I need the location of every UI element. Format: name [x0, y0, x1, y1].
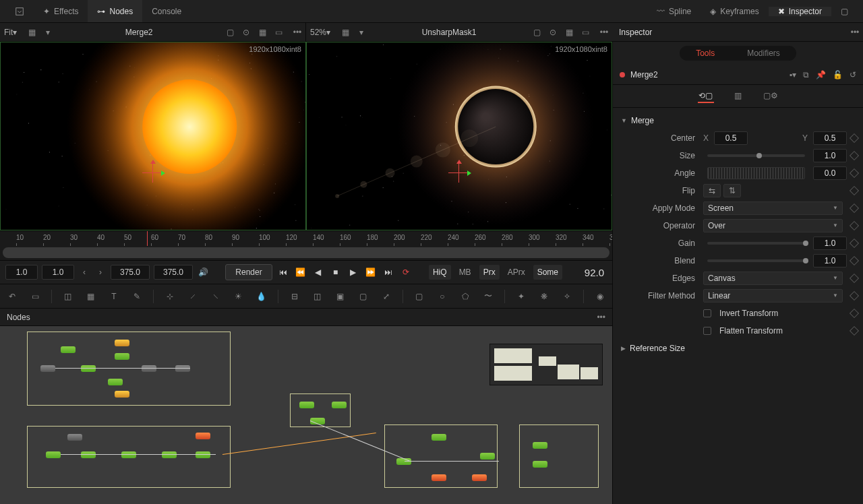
step-fwd-icon[interactable]: ›: [94, 265, 107, 280]
particle3-icon[interactable]: ✧: [560, 289, 574, 304]
rect-icon[interactable]: ▢: [413, 289, 426, 304]
size-slider[interactable]: [707, 154, 805, 157]
node-enable-dot[interactable]: [620, 72, 625, 77]
viewer2-layout-icon[interactable]: ▦: [338, 26, 352, 38]
viewer1-layout-icon[interactable]: ▦: [25, 26, 38, 38]
viewer2-d-icon[interactable]: ▭: [578, 26, 592, 38]
poly-icon[interactable]: ⬠: [458, 289, 472, 304]
xf-icon[interactable]: ◫: [311, 289, 324, 304]
angle-field[interactable]: 0.0: [813, 166, 847, 180]
keyframe-icon[interactable]: [850, 326, 859, 336]
particle1-icon[interactable]: ✦: [514, 289, 528, 304]
goto-end-icon[interactable]: ⏭: [382, 265, 395, 280]
viewer1-b-icon[interactable]: ⊙: [239, 26, 253, 38]
crosshair-icon[interactable]: [448, 162, 469, 183]
brush-icon[interactable]: ✎: [130, 289, 144, 304]
flip-v-button[interactable]: ⇅: [723, 184, 741, 197]
light-icon[interactable]: ☀: [232, 289, 245, 304]
operator-select[interactable]: Over▼: [703, 219, 843, 232]
lock-icon[interactable]: 🔓: [833, 70, 843, 80]
nodes-panel[interactable]: [0, 326, 612, 504]
keyframe-icon[interactable]: [850, 309, 859, 318]
viewer1-opts-icon[interactable]: ▾: [41, 26, 55, 38]
blend-slider[interactable]: [707, 259, 805, 262]
gain-field[interactable]: 1.0: [813, 237, 847, 250]
tab-keyframes[interactable]: ◈Keyframes: [701, 7, 768, 16]
section-refsize[interactable]: ▶Reference Size: [613, 340, 863, 357]
center-y-field[interactable]: 0.5: [813, 131, 847, 145]
inspector-more[interactable]: •••: [847, 28, 863, 37]
timeline[interactable]: 1020304050607080901001201401601802002202…: [0, 230, 612, 260]
viewer2-b-icon[interactable]: ⊙: [546, 26, 560, 38]
versions-icon[interactable]: ▪▾: [790, 70, 796, 80]
viewer1-more[interactable]: •••: [289, 28, 305, 37]
viewer2-c-icon[interactable]: ▦: [562, 26, 576, 38]
keyframe-icon[interactable]: [850, 203, 859, 213]
current-frame-field[interactable]: 375.0: [111, 265, 150, 280]
invert-checkbox[interactable]: [703, 309, 711, 317]
tab-effects[interactable]: ✦Effects: [34, 0, 88, 22]
mask2-icon[interactable]: ▢: [357, 289, 370, 304]
gradient-icon[interactable]: ◫: [61, 289, 75, 304]
flatten-checkbox[interactable]: [703, 327, 711, 335]
curve1-icon[interactable]: ⟋: [186, 289, 200, 304]
mb-button[interactable]: MB: [455, 265, 475, 280]
inspector-tab-modifiers[interactable]: Modifiers: [731, 46, 796, 61]
tab-controls-icon[interactable]: ⟲▢: [698, 90, 714, 103]
aprx-button[interactable]: APrx: [504, 265, 529, 280]
crosshair-icon[interactable]: [142, 162, 162, 183]
filter-select[interactable]: Linear▼: [703, 289, 843, 303]
tab-monitor[interactable]: ▢: [831, 7, 858, 16]
keyframe-icon[interactable]: [850, 168, 859, 178]
audio-icon[interactable]: 🔊: [197, 265, 209, 280]
tab-inspector[interactable]: ✖Inspector: [769, 7, 831, 16]
edges-select[interactable]: Canvas▼: [703, 272, 843, 285]
keyframe-icon[interactable]: [850, 186, 859, 195]
tracker-icon[interactable]: ⊹: [163, 289, 177, 304]
hiq-button[interactable]: HiQ: [429, 265, 451, 280]
tab-spline[interactable]: 〰Spline: [647, 7, 701, 16]
blend-field[interactable]: 1.0: [813, 254, 847, 267]
apply-mode-select[interactable]: Screen▼: [703, 201, 843, 215]
tab-settings-icon[interactable]: ▥: [730, 90, 746, 103]
viewer-right[interactable]: 1920x1080xint8: [306, 42, 612, 230]
range-in-field[interactable]: 1.0: [5, 265, 38, 280]
mask1-icon[interactable]: ▣: [334, 289, 347, 304]
loop-icon[interactable]: ⟳: [399, 265, 413, 280]
keyframe-icon[interactable]: [850, 221, 859, 230]
angle-dial[interactable]: [707, 167, 805, 179]
menu-dropdown[interactable]: [5, 0, 34, 22]
nodes-minimap[interactable]: [489, 344, 603, 385]
keyframe-icon[interactable]: [850, 274, 859, 283]
ffwd-icon[interactable]: ⏩: [364, 265, 378, 280]
keyframe-icon[interactable]: [850, 133, 859, 143]
blur-icon[interactable]: 💧: [255, 289, 268, 304]
rewind-icon[interactable]: ⏪: [294, 265, 307, 280]
viewer1-a-icon[interactable]: ▢: [223, 26, 237, 38]
play-rev-icon[interactable]: ◀: [311, 265, 325, 280]
text-icon[interactable]: T: [107, 289, 121, 304]
stop-icon[interactable]: ■: [329, 265, 343, 280]
keyframe-icon[interactable]: [850, 151, 859, 160]
bspline-icon[interactable]: 〜: [481, 289, 495, 304]
viewer1-d-icon[interactable]: ▭: [272, 26, 285, 38]
playhead[interactable]: [147, 231, 148, 246]
viewer-left[interactable]: 1920x1080xint8: [0, 42, 306, 230]
flip-h-button[interactable]: ⇆: [703, 184, 721, 197]
play-icon[interactable]: ▶: [347, 265, 360, 280]
keyframe-icon[interactable]: [850, 239, 859, 248]
tab-console[interactable]: Console: [142, 0, 191, 22]
merge-icon[interactable]: ⊟: [288, 289, 301, 304]
some-button[interactable]: Some: [533, 265, 562, 280]
step-back-icon[interactable]: ‹: [78, 265, 90, 280]
center-x-field[interactable]: 0.5: [714, 131, 748, 145]
checker-icon[interactable]: ▦: [84, 289, 98, 304]
size-field[interactable]: 1.0: [813, 149, 847, 162]
tab-nodes[interactable]: ⊶Nodes: [88, 0, 142, 22]
viewer2-zoom[interactable]: 52%▾: [306, 28, 334, 37]
viewer2-more[interactable]: •••: [596, 28, 612, 37]
viewer1-zoom[interactable]: Fit▾: [0, 28, 21, 37]
goto-start-icon[interactable]: ⏮: [276, 265, 290, 280]
resize-icon[interactable]: ⤢: [380, 289, 393, 304]
ellipse-icon[interactable]: ○: [436, 289, 449, 304]
